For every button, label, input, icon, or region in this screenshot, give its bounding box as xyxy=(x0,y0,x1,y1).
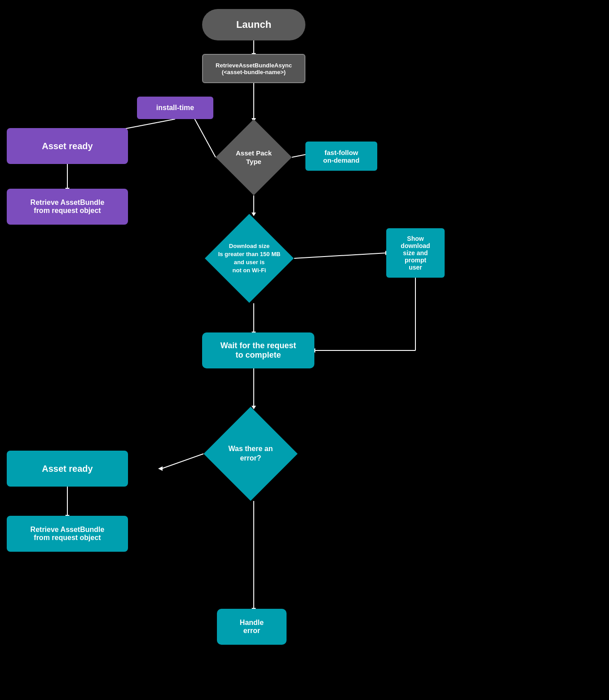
asset-ready-purple-node: Asset ready xyxy=(7,128,128,164)
launch-node: Launch xyxy=(202,9,305,40)
asset-ready-teal-node: Asset ready xyxy=(7,451,128,487)
download-size-diamond: Download size Is greater than 150 MB and… xyxy=(204,213,294,303)
error-diamond-label: Was there an error? xyxy=(229,444,273,463)
handle-error-node: Handle error xyxy=(217,609,287,645)
retrieve-assetbundle-teal-node: Retrieve AssetBundle from request object xyxy=(7,516,128,552)
download-size-label: Download size Is greater than 150 MB and… xyxy=(218,242,281,275)
retrieve-assetbundle-purple-node: Retrieve AssetBundle from request object xyxy=(7,189,128,225)
asset-pack-type-diamond: Asset Pack Type xyxy=(216,119,292,195)
error-diamond: Was there an error? xyxy=(203,407,298,501)
retrieve-async-node: RetrieveAssetBundleAsync (<asset-bundle-… xyxy=(202,54,305,83)
svg-marker-21 xyxy=(158,466,163,471)
flowchart: Launch RetrieveAssetBundleAsync (<asset-… xyxy=(0,0,609,700)
show-download-size-node: Show download size and prompt user xyxy=(386,228,445,278)
svg-line-11 xyxy=(294,253,386,258)
svg-line-20 xyxy=(162,454,203,469)
install-time-node: install-time xyxy=(137,97,213,119)
wait-request-node: Wait for the request to complete xyxy=(202,332,314,368)
asset-pack-type-label: Asset Pack Type xyxy=(236,149,272,166)
fast-follow-node: fast-follow on-demand xyxy=(305,142,377,171)
